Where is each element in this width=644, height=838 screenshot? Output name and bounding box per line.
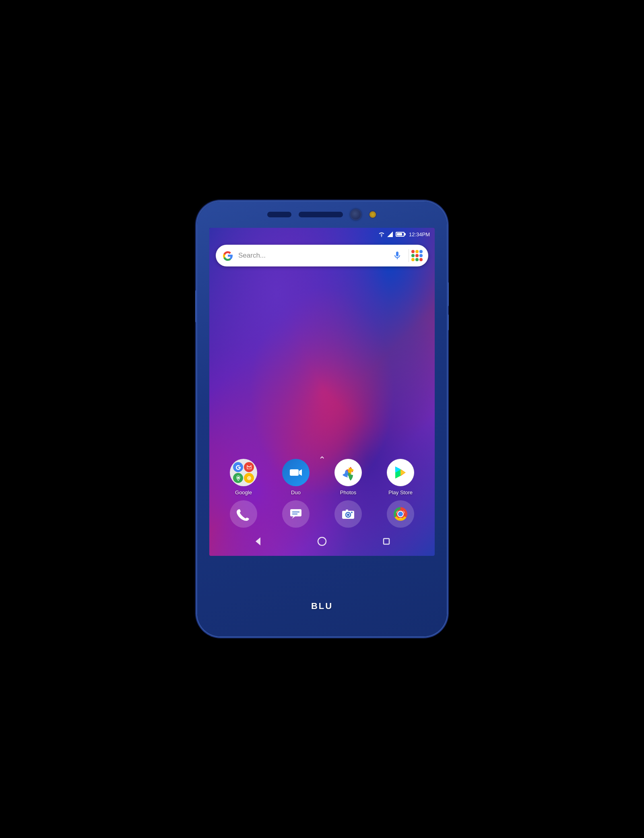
- svg-marker-6: [299, 469, 302, 476]
- phone-top-sensors: [217, 209, 427, 220]
- app-drawer-arrow[interactable]: ⌃: [318, 455, 326, 465]
- home-button[interactable]: [315, 534, 329, 549]
- chrome-icon[interactable]: [387, 500, 414, 528]
- play-store-app-icon: [387, 459, 414, 486]
- svg-point-19: [398, 512, 403, 516]
- photos-app-icon: [334, 459, 362, 486]
- battery-icon: [396, 232, 405, 237]
- photos-app-label: Photos: [340, 489, 356, 495]
- volume-down-button[interactable]: [447, 314, 449, 330]
- phone-body: 12:34PM Search...: [197, 202, 447, 636]
- svg-rect-8: [290, 509, 301, 516]
- messages-icon[interactable]: [282, 500, 310, 528]
- wifi-icon: [378, 231, 385, 237]
- signal-icon: [387, 231, 393, 237]
- svg-point-15: [351, 512, 353, 513]
- status-icons: 12:34PM: [378, 231, 430, 237]
- back-button[interactable]: [250, 534, 265, 549]
- google-app-label: Google: [235, 489, 252, 495]
- svg-rect-14: [346, 510, 348, 511]
- status-bar: 12:34PM: [209, 228, 435, 241]
- play-store-app-label: Play Store: [388, 489, 413, 495]
- svg-rect-22: [384, 539, 389, 544]
- phone-screen: 12:34PM Search...: [209, 228, 435, 556]
- google-apps-icon[interactable]: [411, 250, 423, 261]
- search-divider: [409, 249, 409, 262]
- phone: 12:34PM Search...: [197, 202, 447, 636]
- duo-app-label: Duo: [291, 489, 301, 495]
- camera-icon[interactable]: [334, 500, 362, 528]
- google-app[interactable]: Google: [230, 459, 257, 495]
- brand-logo: BLU: [298, 600, 346, 612]
- camera-flash: [369, 211, 377, 219]
- google-app-icon: [230, 459, 257, 486]
- mic-icon[interactable]: [392, 251, 402, 260]
- recents-button[interactable]: [379, 534, 394, 549]
- front-camera: [350, 209, 361, 220]
- duo-app[interactable]: Duo: [282, 459, 310, 495]
- svg-point-13: [347, 514, 349, 516]
- search-bar[interactable]: Search...: [216, 245, 428, 266]
- phone-dial-icon[interactable]: [230, 500, 257, 528]
- search-placeholder: Search...: [238, 252, 392, 260]
- status-time: 12:34PM: [409, 231, 430, 237]
- earpiece-speaker: [299, 212, 343, 217]
- power-button[interactable]: [447, 282, 449, 306]
- svg-marker-0: [387, 231, 393, 237]
- earpiece-left: [267, 212, 291, 217]
- play-store-app[interactable]: Play Store: [387, 459, 414, 495]
- volume-up-button[interactable]: [195, 290, 197, 322]
- svg-point-21: [318, 537, 326, 545]
- duo-app-icon: [282, 459, 310, 486]
- svg-point-2: [237, 477, 239, 479]
- photos-app[interactable]: Photos: [334, 459, 362, 495]
- svg-rect-5: [290, 469, 299, 476]
- svg-marker-20: [256, 537, 260, 545]
- dock-bar: [209, 500, 435, 528]
- google-logo: [221, 249, 234, 262]
- nav-bar: [209, 531, 435, 552]
- blu-logo-text: BLU: [311, 601, 333, 611]
- svg-point-4: [248, 477, 250, 479]
